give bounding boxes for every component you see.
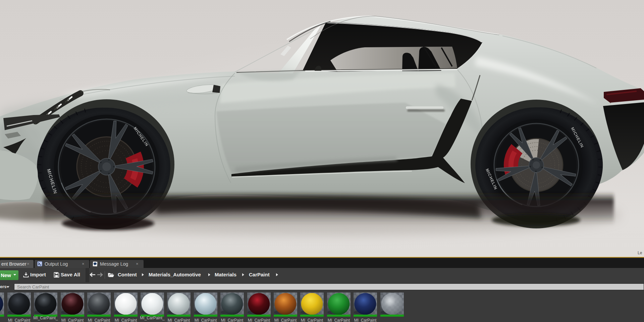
svg-text:Le: Le (638, 251, 642, 255)
